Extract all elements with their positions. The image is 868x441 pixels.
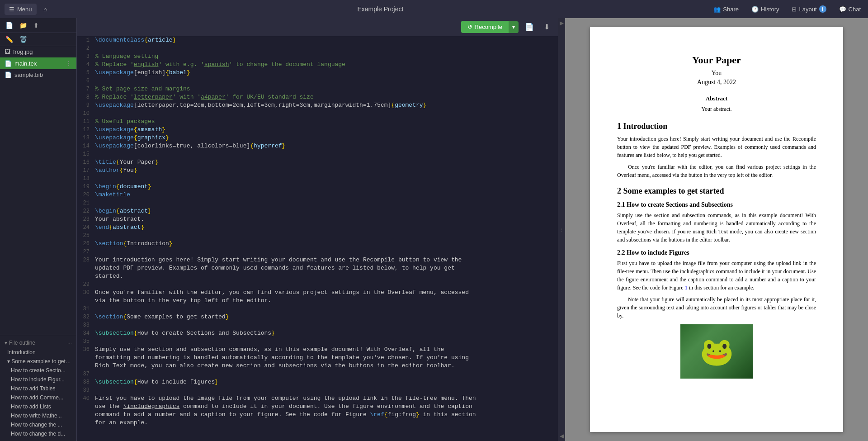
recompile-group: ↺ Recompile ▾	[461, 21, 519, 33]
editor-line: 5 \usepackage[english]{babel}	[77, 69, 558, 77]
main-area: 📄 📁 ⬆ ✏️ 🗑️ 🖼 frog.jpg 📄 main.tex ⋮ 📄 sa…	[0, 18, 868, 441]
refresh-icon: ↺	[467, 24, 472, 30]
download-button[interactable]: ⬇	[540, 21, 553, 33]
editor-line: 7 % Set page size and margins	[77, 85, 558, 93]
outline-item-comments[interactable]: How to add Comme...	[0, 393, 76, 402]
frog-figure	[680, 324, 753, 379]
file-item-main[interactable]: 📄 main.tex ⋮	[0, 57, 76, 69]
project-title: Example Project	[357, 5, 403, 13]
recompile-button[interactable]: ↺ Recompile	[461, 21, 509, 33]
editor-line: 9 \usepackage[letterpaper,top=2cm,bottom…	[77, 101, 558, 109]
splitter-right-arrow[interactable]: ▶	[560, 18, 564, 28]
editor-line: 12 \usepackage{amsmath}	[77, 126, 558, 134]
outline-section: ▾ File outline ··· Introduction ▾ Some e…	[0, 335, 76, 441]
share-button[interactable]: 👥 Share	[711, 4, 741, 14]
editor-line: for an example.	[77, 419, 558, 427]
file-name: frog.jpg	[13, 48, 33, 55]
outline-title: File outline	[9, 340, 35, 346]
editor-line: 33	[77, 321, 558, 329]
image-icon: 🖼	[5, 48, 10, 55]
file-name: main.tex	[14, 60, 37, 67]
new-file-button[interactable]: 📄	[4, 21, 15, 30]
pdf-panel: Your Paper You August 4, 2022 Abstract Y…	[565, 18, 868, 441]
upload-button[interactable]: ⬆	[32, 21, 41, 30]
home-button[interactable]: ⌂	[41, 4, 50, 14]
layout-icon: ⊞	[792, 6, 797, 13]
editor-line: 18	[77, 175, 558, 183]
editor-line: 39	[77, 386, 558, 394]
editor-line: started.	[77, 272, 558, 280]
outline-item-math[interactable]: How to write Mathe...	[0, 411, 76, 420]
editor-line: 25	[77, 232, 558, 240]
outline-item-change2[interactable]: How to change the d...	[0, 429, 76, 438]
editor-line: 3 % Language setting	[77, 52, 558, 61]
outline-header[interactable]: ▾ File outline ···	[0, 338, 76, 348]
splitter[interactable]: ▶ · · · ◀	[558, 18, 565, 441]
editor-line: formatting and numbering is handled auto…	[77, 354, 558, 362]
edit-file-button[interactable]: ✏️	[4, 35, 15, 44]
file-more-icon[interactable]: ⋮	[66, 60, 72, 67]
editor-line: 29	[77, 280, 558, 289]
editor-line: updated PDF preview. Examples of commonl…	[77, 264, 558, 272]
delete-file-button[interactable]: 🗑️	[18, 35, 29, 44]
splitter-left-arrow[interactable]: ◀	[560, 431, 564, 441]
file-edit-toolbar: ✏️ 🗑️	[0, 33, 76, 46]
home-icon: ⌂	[44, 6, 47, 13]
topbar: ☰ Menu ⌂ Example Project 👥 Share 🕐 Histo…	[0, 0, 868, 18]
pdf-page: Your Paper You August 4, 2022 Abstract Y…	[590, 27, 843, 432]
pdf-author: You	[617, 70, 816, 77]
editor-line: 35	[77, 337, 558, 346]
layout-button[interactable]: ⊞ Layout i	[789, 4, 829, 14]
outline-expand-icon: ▾	[7, 358, 11, 365]
editor-line: 8 % Replace 'letterpaper' with 'a4paper'…	[77, 93, 558, 101]
editor-line: 38 \subsection{How to include Figures}	[77, 378, 558, 386]
file-item-bib[interactable]: 📄 sample.bib	[0, 69, 76, 81]
editor-line: 37	[77, 370, 558, 378]
menu-button[interactable]: ☰ Menu	[5, 4, 37, 15]
editor-line: 15	[77, 150, 558, 158]
pdf-date: August 4, 2022	[617, 79, 816, 86]
pdf-intro-para1: Your introduction goes here! Simply star…	[617, 135, 816, 159]
recompile-dropdown[interactable]: ▾	[509, 21, 519, 33]
editor-line: 32 \section{Some examples to get started…	[77, 313, 558, 321]
editor-line: 36 Simply use the section and subsection…	[77, 346, 558, 354]
file-item-frog[interactable]: 🖼 frog.jpg	[0, 46, 76, 57]
editor-line: 19 \begin{document}	[77, 183, 558, 191]
editor-panel: ↺ Recompile ▾ 📄 ⬇ 1 \documentclass{artic…	[77, 18, 558, 441]
editor-line: command to add a number and a caption to…	[77, 411, 558, 419]
outline-item-change1[interactable]: How to change the ...	[0, 420, 76, 429]
editor-line: 14 \usepackage[colorlinks=true, allcolor…	[77, 142, 558, 150]
editor-line: 24 \end{abstract}	[77, 223, 558, 232]
pdf-sub22-text2: Note that your figure will automatically…	[617, 295, 816, 320]
editor-line: 31	[77, 305, 558, 313]
editor-line: use the \includegraphics command to incl…	[77, 403, 558, 411]
editor-content[interactable]: 1 \documentclass{article} 2 3 % Language…	[77, 36, 558, 441]
chat-button[interactable]: 💬 Chat	[836, 4, 863, 14]
outline-item-tables[interactable]: How to add Tables	[0, 384, 76, 393]
new-folder-button[interactable]: 📁	[18, 21, 29, 30]
editor-line: 6	[77, 77, 558, 85]
editor-line: 28 Your introduction goes here! Simply s…	[77, 256, 558, 264]
editor-line: 4 % Replace 'english' with e.g. 'spanish…	[77, 61, 558, 69]
editor-line: 17 \author{You}	[77, 166, 558, 175]
history-button[interactable]: 🕐 History	[749, 4, 782, 14]
editor-line: 16 \title{Your Paper}	[77, 158, 558, 166]
history-icon: 🕐	[751, 6, 759, 13]
view-pdf-button[interactable]: 📄	[521, 21, 538, 33]
pdf-section1: 1 Introduction	[617, 122, 816, 131]
editor-line: 20 \maketitle	[77, 191, 558, 199]
outline-item-sections[interactable]: How to create Sectio...	[0, 366, 76, 375]
figure-link[interactable]: 1	[685, 285, 688, 291]
file-toolbar: 📄 📁 ⬆	[0, 18, 76, 33]
file-name: sample.bib	[14, 71, 43, 78]
outline-item-lists[interactable]: How to add Lists	[0, 402, 76, 411]
pdf-sub21-text: Simply use the section and subsection co…	[617, 211, 816, 244]
pdf-content[interactable]: Your Paper You August 4, 2022 Abstract Y…	[565, 18, 868, 441]
chat-icon: 💬	[839, 6, 846, 13]
editor-line: 34 \subsection{How to create Sections an…	[77, 329, 558, 337]
outline-item-intro[interactable]: Introduction	[0, 348, 76, 357]
outline-item-examples[interactable]: ▾ Some examples to get st...	[0, 357, 76, 366]
outline-item-figures[interactable]: How to include Figur...	[0, 375, 76, 384]
pdf-sub22-text1: First you have to upload the image file …	[617, 259, 816, 292]
editor-line: via the button in the very top left of t…	[77, 297, 558, 305]
